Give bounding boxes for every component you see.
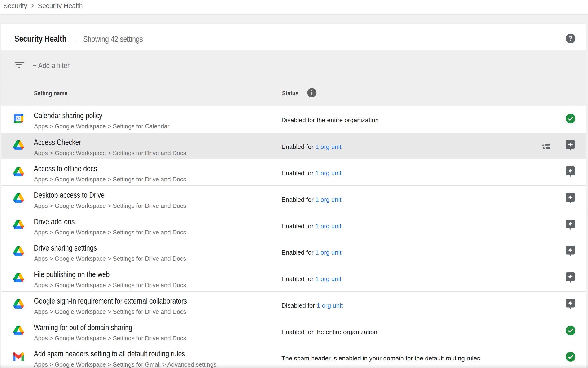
svg-text:31: 31 bbox=[16, 116, 21, 121]
